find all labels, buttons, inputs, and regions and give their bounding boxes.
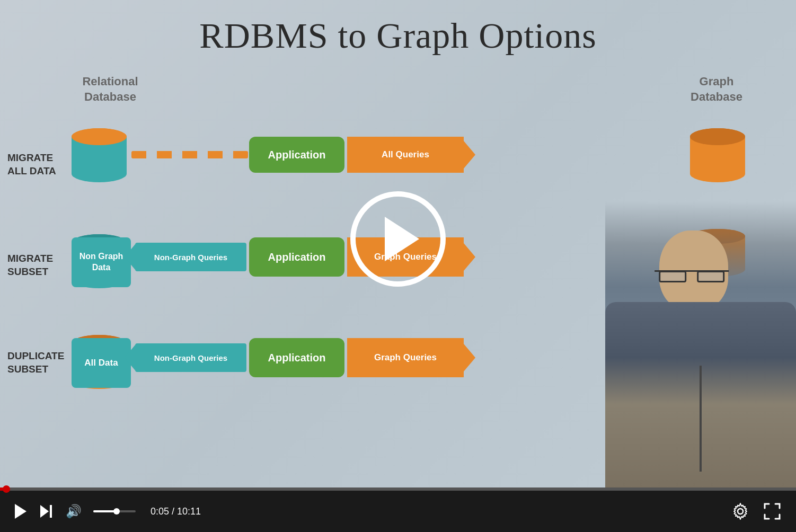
all-queries-label-row1: All Queries <box>382 149 429 160</box>
svg-point-20 <box>738 509 743 514</box>
volume-slider[interactable] <box>93 510 136 512</box>
graph-queries-arrow-row3: Graph Queries <box>347 338 464 377</box>
dashed-line-row1 <box>131 151 248 158</box>
non-graph-data-box: Non Graph Data <box>72 237 131 287</box>
presenter-overlay <box>605 201 796 487</box>
fullscreen-button[interactable] <box>761 500 783 522</box>
progress-dot <box>3 485 10 493</box>
svg-point-7 <box>690 128 745 145</box>
col-header-graph: GraphDatabase <box>685 74 748 104</box>
slide-title: RDBMS to Graph Options <box>0 15 796 57</box>
db-relational-row1 <box>69 127 130 185</box>
play-triangle-icon <box>385 217 419 261</box>
skip-forward-icon <box>40 505 52 518</box>
all-queries-arrow-row1: All Queries <box>347 137 464 173</box>
video-player[interactable]: RDBMS to Graph Options RelationalDatabas… <box>0 0 796 487</box>
graph-queries-label-row3: Graph Queries <box>374 352 437 363</box>
settings-button[interactable] <box>729 500 751 522</box>
svg-point-6 <box>690 165 745 182</box>
volume-icon: 🔊 <box>66 504 82 519</box>
play-button[interactable] <box>13 502 29 521</box>
controls-bar: 🔊 0:05 / 10:11 <box>0 487 796 532</box>
volume-button[interactable]: 🔊 <box>64 502 84 521</box>
non-graph-queries-arrow-row2: Non-Graph Queries <box>135 243 246 271</box>
play-button-overlay[interactable] <box>350 191 446 287</box>
db-graph-row1 <box>687 127 748 185</box>
skip-forward-button[interactable] <box>38 503 54 520</box>
volume-slider-dot <box>113 508 120 515</box>
row-label-migrate-all: MIGRATE ALL DATA <box>7 152 56 178</box>
progress-track[interactable] <box>0 487 796 491</box>
all-data-box: All Data <box>72 338 131 388</box>
row-label-migrate-subset: MIGRATE SUBSET <box>7 252 53 278</box>
progress-container[interactable] <box>0 487 796 491</box>
non-graph-queries-arrow-row3: Non-Graph Queries <box>135 343 246 372</box>
app-box-row2: Application <box>249 237 344 277</box>
col-header-relational: RelationalDatabase <box>78 74 142 104</box>
app-box-row1: Application <box>249 137 344 173</box>
non-graph-queries-label-row2: Non-Graph Queries <box>154 253 227 262</box>
fullscreen-icon <box>763 502 781 520</box>
svg-point-3 <box>72 128 127 145</box>
non-graph-queries-label-row3: Non-Graph Queries <box>154 353 227 362</box>
app-box-row3: Application <box>249 338 344 377</box>
gear-icon <box>731 502 749 520</box>
row-label-duplicate: DUPLICATE SUBSET <box>7 350 64 376</box>
svg-point-2 <box>72 165 127 182</box>
time-display: 0:05 / 10:11 <box>151 506 201 517</box>
play-icon <box>15 504 26 519</box>
